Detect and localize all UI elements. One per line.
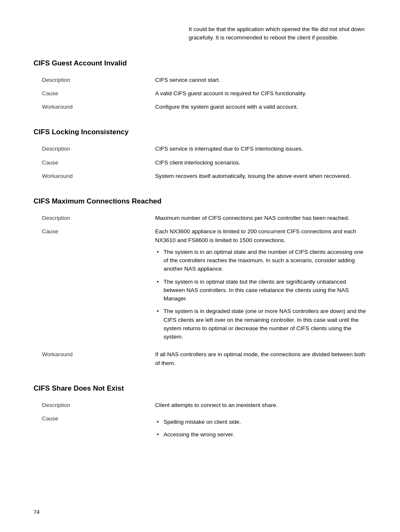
field-row: CauseSpelling mistake on client side.Acc… bbox=[34, 415, 366, 443]
sections-container: CIFS Guest Account InvalidDescriptionCIF… bbox=[34, 59, 366, 443]
field-label: Cause bbox=[34, 159, 155, 167]
field-value: If all NAS controllers are in optimal mo… bbox=[155, 350, 366, 368]
bullet-item: Accessing the wrong server. bbox=[155, 430, 366, 439]
field-row: WorkaroundIf all NAS controllers are in … bbox=[34, 350, 366, 368]
field-row: WorkaroundSystem recovers itself automat… bbox=[34, 172, 366, 180]
field-label: Cause bbox=[34, 227, 155, 345]
field-label: Workaround bbox=[34, 103, 155, 111]
field-value: Maximum number of CIFS connections per N… bbox=[155, 214, 366, 222]
field-label: Description bbox=[34, 76, 155, 84]
bullet-item: The system is in degraded state (one or … bbox=[155, 307, 366, 341]
bullet-list: Spelling mistake on client side.Accessin… bbox=[155, 418, 366, 439]
field-value: A valid CIFS guest account is required f… bbox=[155, 89, 366, 98]
bullet-list: The system is in an optimal state and th… bbox=[155, 248, 366, 342]
section-cifs-maximum-connections-reached: CIFS Maximum Connections ReachedDescript… bbox=[34, 197, 366, 368]
field-label: Description bbox=[34, 145, 155, 153]
field-label: Description bbox=[34, 214, 155, 222]
field-value: Spelling mistake on client side.Accessin… bbox=[155, 415, 366, 443]
intro-text: It could be that the application which o… bbox=[189, 25, 366, 42]
section-title-cifs-locking-inconsistency: CIFS Locking Inconsistency bbox=[34, 128, 366, 136]
field-label: Cause bbox=[34, 415, 155, 443]
field-row: CauseEach NX3600 appliance is limited to… bbox=[34, 227, 366, 345]
field-value: CIFS client interlocking scenarios. bbox=[155, 159, 366, 167]
field-row: DescriptionMaximum number of CIFS connec… bbox=[34, 214, 366, 222]
field-row: DescriptionCIFS service is interrupted d… bbox=[34, 145, 366, 153]
bullet-item: The system is in optimal state but the c… bbox=[155, 278, 366, 303]
section-cifs-guest-account-invalid: CIFS Guest Account InvalidDescriptionCIF… bbox=[34, 59, 366, 112]
field-row: CauseA valid CIFS guest account is requi… bbox=[34, 89, 366, 98]
bullet-item: The system is in an optimal state and th… bbox=[155, 248, 366, 274]
section-title-cifs-share-does-not-exist: CIFS Share Does Not Exist bbox=[34, 384, 366, 393]
page-number: 74 bbox=[34, 509, 39, 515]
field-label: Workaround bbox=[34, 172, 155, 180]
section-cifs-share-does-not-exist: CIFS Share Does Not ExistDescriptionClie… bbox=[34, 384, 366, 443]
field-row: DescriptionClient attempts to connect to… bbox=[34, 401, 366, 409]
field-label: Workaround bbox=[34, 350, 155, 368]
field-row: DescriptionCIFS service cannot start. bbox=[34, 76, 366, 84]
field-value: Configure the system guest account with … bbox=[155, 103, 366, 111]
field-value: CIFS service is interrupted due to CIFS … bbox=[155, 145, 366, 153]
field-label: Description bbox=[34, 401, 155, 409]
field-value: Each NX3600 appliance is limited to 200 … bbox=[155, 227, 366, 345]
field-value: Client attempts to connect to an inexist… bbox=[155, 401, 366, 409]
field-value: CIFS service cannot start. bbox=[155, 76, 366, 84]
bullet-item: Spelling mistake on client side. bbox=[155, 418, 366, 426]
page-content: It could be that the application which o… bbox=[0, 0, 400, 485]
field-row: WorkaroundConfigure the system guest acc… bbox=[34, 103, 366, 111]
section-title-cifs-maximum-connections-reached: CIFS Maximum Connections Reached bbox=[34, 197, 366, 206]
field-label: Cause bbox=[34, 89, 155, 98]
section-cifs-locking-inconsistency: CIFS Locking InconsistencyDescriptionCIF… bbox=[34, 128, 366, 180]
field-value: System recovers itself automatically, is… bbox=[155, 172, 366, 180]
field-row: CauseCIFS client interlocking scenarios. bbox=[34, 159, 366, 167]
section-title-cifs-guest-account-invalid: CIFS Guest Account Invalid bbox=[34, 59, 366, 68]
